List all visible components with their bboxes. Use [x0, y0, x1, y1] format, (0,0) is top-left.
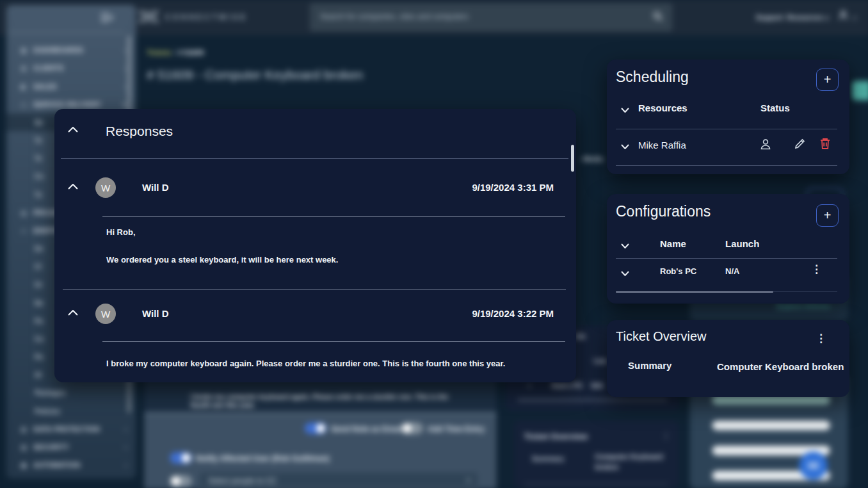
connectwise-assistant-fab[interactable] [799, 451, 827, 480]
new-button[interactable] [852, 81, 868, 100]
connectwise-logo-icon [138, 8, 159, 26]
bg-ticket-overview-title: Ticket Overview [524, 432, 588, 441]
app-window: CONNECTWISE Search for companies, sites … [0, 0, 868, 488]
message-author: Will D [142, 182, 169, 193]
bg-config-row-launch: N/A [591, 382, 603, 389]
divider [616, 129, 837, 129]
divider [616, 165, 837, 166]
divider [102, 341, 565, 342]
collapse-message-icon[interactable] [68, 184, 78, 190]
security-icon: ▨ [20, 443, 29, 450]
launch-column-header: Launch [725, 238, 759, 249]
notify-user-label: Notify Affected User (Rob Guilliman) [196, 454, 330, 463]
divider [616, 258, 837, 259]
data-protection-icon: ▧ [20, 425, 29, 432]
endpoints-icon: ▭ [20, 227, 29, 234]
chevron-down-icon[interactable] [621, 108, 629, 113]
sidebar-item-sales[interactable]: ◧SALES› [6, 77, 136, 95]
search-icon[interactable] [653, 12, 663, 21]
chevron-down-icon[interactable] [621, 271, 629, 276]
add-time-toggle[interactable] [401, 423, 423, 434]
configurations-panel: Configurations + Name Launch Rob's PC N/… [607, 194, 849, 304]
avatar: W [95, 177, 116, 198]
sales-icon: ◧ [20, 83, 29, 90]
ticket-overview-title: Ticket Overview [616, 329, 707, 344]
status-column-header: Status [760, 102, 790, 113]
configurations-title: Configurations [616, 203, 711, 220]
sidebar-collapse-icon[interactable] [100, 13, 113, 22]
sidebar-divider [9, 32, 124, 33]
profile-icon[interactable] [838, 10, 849, 20]
bg-config-row-name: Rob's PC [552, 382, 583, 389]
sidebar-item-policies[interactable]: Policies [6, 402, 136, 419]
service-delivery-icon: ▢ [20, 101, 29, 108]
page-title: # 51609 - Computer Keyboard broken [147, 68, 363, 83]
dashboards-icon: ▦ [20, 47, 29, 54]
kebab-menu-icon[interactable]: ⋮ [811, 264, 822, 275]
divider [63, 289, 566, 289]
sidebar-item-data-protection[interactable]: ▧DATA PROTECTION› [6, 420, 136, 438]
send-note-label: Send Note as Email [331, 425, 403, 434]
chevron-down-icon: ∨ [466, 476, 470, 484]
configuration-name: Rob's PC [660, 266, 696, 276]
kebab-menu-icon: ⋮ [662, 431, 670, 441]
support-link[interactable]: Support [756, 13, 783, 21]
notify-user-toggle[interactable] [170, 452, 192, 464]
chevron-down-icon[interactable] [621, 144, 629, 149]
message-line: Hi Rob, [106, 227, 136, 237]
collapse-section-icon[interactable] [68, 127, 78, 133]
resources-menu[interactable]: Resources ∨ [787, 13, 829, 21]
bg-summary-label: Summary [532, 455, 564, 462]
clients-icon: ▥ [20, 65, 29, 72]
chevron-down-icon: ∨ [122, 100, 127, 108]
add-schedule-button[interactable]: + [816, 69, 839, 91]
sidebar-item-clients[interactable]: ▥CLIENTS› [6, 59, 136, 77]
edit-pencil-icon[interactable] [794, 138, 806, 150]
kebab-menu-icon[interactable]: ⋮ [816, 333, 826, 344]
chevron-right-icon: › [124, 425, 127, 433]
chevron-down-icon: ∨ [527, 382, 532, 389]
skeleton-bar [712, 421, 830, 430]
message-timestamp: 9/19/2024 3:31 PM [472, 182, 554, 193]
chevron-down-icon[interactable] [621, 243, 629, 248]
bg-overview-divider [524, 484, 668, 484]
divider [61, 158, 568, 159]
message-timestamp: 9/19/2024 3:22 PM [472, 308, 554, 319]
responses-panel: Responses W Will D 9/19/2024 3:31 PM Hi … [54, 109, 576, 382]
cc-select-placeholder: Select people to CC [208, 476, 277, 485]
search-placeholder: Search for companies, sites and computer… [320, 12, 469, 21]
chevron-down-icon: ∨ [825, 15, 830, 21]
priority-fragment: - Mediu [579, 155, 604, 163]
send-note-toggle[interactable] [305, 423, 326, 434]
divider [102, 216, 565, 217]
sidebar-item-security[interactable]: ▨SECURITY› [6, 438, 136, 456]
chevron-right-icon: › [124, 46, 127, 54]
summary-label: Summary [628, 360, 671, 371]
collapse-message-icon[interactable] [68, 310, 78, 316]
scrollbar-thumb[interactable] [616, 291, 773, 293]
bg-summary-value: Computer Keyboard broken [595, 451, 673, 472]
chevron-right-icon: › [124, 443, 127, 451]
breadcrumb-tickets-link[interactable]: Tickets [147, 49, 171, 56]
bg-note-text: I broke my computer keyboard again. Plea… [191, 393, 462, 408]
scrollbar-thumb[interactable] [571, 145, 574, 172]
sidebar-item-dashboards[interactable]: ▦DASHBOARDS› [6, 41, 136, 59]
sidebar-item-automation[interactable]: ▩AUTOMATION› [6, 456, 136, 474]
bg-config-divider [518, 399, 667, 400]
cc-toggle[interactable] [170, 475, 192, 487]
projects-icon: ▤ [20, 209, 29, 216]
add-time-label: Add Time Entry [428, 425, 485, 434]
message-author: Will D [142, 308, 169, 319]
message-line: We ordered you a steel keyboard, it will… [106, 255, 338, 264]
add-configuration-button[interactable]: + [816, 204, 839, 227]
assignee-status-icon[interactable] [759, 138, 772, 150]
message-line: I broke my computer keyboard again. Plea… [106, 359, 505, 368]
delete-trash-icon[interactable] [819, 137, 831, 150]
breadcrumb: Tickets/# 51609 [147, 49, 204, 56]
chevron-right-icon: › [124, 82, 127, 90]
name-column-header: Name [660, 238, 686, 249]
sidebar-item-packages[interactable]: Packages [6, 384, 136, 402]
profile-chevron-icon[interactable]: ∨ [853, 15, 857, 21]
bg-launch-header-fragment: Lau [593, 357, 607, 364]
summary-value: Computer Keyboard broken [717, 359, 848, 375]
